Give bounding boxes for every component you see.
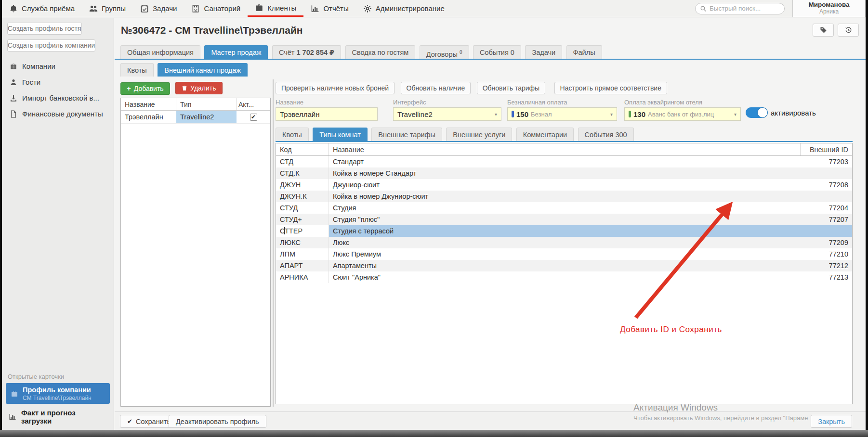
- inner-tab-external-rates[interactable]: Внешние тарифы: [371, 128, 442, 141]
- room-code-cell[interactable]: СТД.К: [276, 167, 329, 179]
- nav-groups[interactable]: Группы: [82, 0, 133, 17]
- activate-toggle[interactable]: [746, 107, 768, 118]
- room-name-cell[interactable]: Студия с террасой: [329, 225, 800, 237]
- room-code-cell[interactable]: АРНИКА: [276, 271, 329, 283]
- refresh-availability-button[interactable]: Обновить наличие: [401, 82, 471, 94]
- close-button[interactable]: Закрыть: [811, 415, 852, 428]
- inner-tab-quotas[interactable]: Квоты: [276, 128, 309, 141]
- room-extid-cell[interactable]: 77203: [800, 156, 852, 167]
- acquiring-payment-select[interactable]: 130 Аванс банк от физ.лиц ▾: [624, 107, 741, 121]
- nav-reports[interactable]: Отчёты: [303, 0, 355, 17]
- sidebar-item-financial-docs[interactable]: Финансовые документы: [2, 106, 114, 122]
- cashless-payment-select[interactable]: 150 Безнал ▾: [507, 107, 617, 121]
- room-extid-cell[interactable]: [800, 225, 852, 237]
- room-extid-cell[interactable]: [800, 167, 852, 179]
- configure-mapping-button[interactable]: Настроить прямое соответствие: [554, 82, 667, 94]
- channel-name-cell[interactable]: Трэвеллайн: [121, 111, 176, 123]
- room-code-cell[interactable]: ДЖУН.К: [276, 191, 329, 202]
- history-button[interactable]: [838, 24, 859, 37]
- column-header[interactable]: Акт...: [237, 101, 270, 108]
- room-name-cell[interactable]: Койка в номере Стандарт: [329, 167, 800, 179]
- tab-account[interactable]: Счёт 1 702 854 ₽: [272, 45, 341, 59]
- tab-contracts[interactable]: Договоры 0: [420, 45, 469, 59]
- tab-sales-master[interactable]: Мастер продаж: [204, 45, 268, 59]
- nav-tasks[interactable]: Задачи: [133, 0, 184, 17]
- room-extid-cell[interactable]: 77210: [800, 248, 852, 260]
- room-name-cell[interactable]: Студия "плюс": [329, 214, 800, 225]
- table-row[interactable]: ДЖУН.К Койка в номер Джуниор-сюит: [276, 191, 852, 202]
- room-extid-cell[interactable]: 77212: [800, 260, 852, 271]
- room-extid-cell[interactable]: 77209: [800, 237, 852, 248]
- active-checkbox[interactable]: ✔: [250, 114, 257, 121]
- search-input[interactable]: [710, 5, 780, 12]
- tab-files[interactable]: Файлы: [566, 45, 602, 59]
- table-row[interactable]: СТД Стандарт 77203: [276, 156, 852, 167]
- user-menu[interactable]: Мироманова Арника: [792, 0, 866, 17]
- delete-channel-button[interactable]: Удалить: [175, 82, 222, 94]
- room-name-cell[interactable]: Студия: [329, 202, 800, 214]
- room-name-cell[interactable]: Сюит "Арника": [329, 271, 800, 283]
- room-code-cell[interactable]: ДЖУН: [276, 179, 329, 191]
- room-name-cell[interactable]: Стандарт: [329, 156, 800, 167]
- room-name-cell[interactable]: Апартаменты: [329, 260, 800, 271]
- tab-general-info[interactable]: Общая информация: [120, 45, 200, 59]
- room-name-cell[interactable]: Люкс Премиум: [329, 248, 800, 260]
- refresh-rates-button[interactable]: Обновить тарифы: [477, 82, 546, 94]
- channel-type-cell[interactable]: Travelline2: [176, 111, 237, 123]
- inner-tab-room-types[interactable]: Типы комнат: [313, 128, 368, 141]
- nav-sanatorium[interactable]: Санаторий: [184, 0, 248, 17]
- create-company-button[interactable]: Создать профиль компании: [7, 39, 95, 51]
- deactivate-profile-button[interactable]: Деактивировать профиль: [169, 415, 266, 428]
- table-row[interactable]: ЛПМ Люкс Премиум 77210: [276, 248, 852, 260]
- table-row[interactable]: АПАРТ Апартаменты 77212: [276, 260, 852, 271]
- room-extid-cell[interactable]: [800, 191, 852, 202]
- column-header[interactable]: Тип: [176, 98, 237, 110]
- tab-tasks[interactable]: Задачи: [525, 45, 562, 59]
- table-row[interactable]: ДЖУН Джуниор-сюит 77208: [276, 179, 852, 191]
- sidebar-item-bank-import[interactable]: Импорт банковской в...: [2, 90, 114, 106]
- table-row[interactable]: СТД.К Койка в номере Стандарт: [276, 167, 852, 179]
- room-code-cell[interactable]: ЛЮКС: [276, 237, 329, 248]
- inner-tab-events[interactable]: События 300: [578, 128, 634, 141]
- add-channel-button[interactable]: +Добавить: [120, 82, 170, 95]
- room-code-cell[interactable]: СТУД: [276, 202, 329, 214]
- channel-name-input[interactable]: Трэвеллайн: [276, 107, 378, 121]
- room-code-cell[interactable]: СТД: [276, 156, 329, 167]
- inner-tab-external-services[interactable]: Внешние услуги: [446, 128, 512, 141]
- room-code-cell[interactable]: ЛПМ: [276, 248, 329, 260]
- column-header[interactable]: Название: [329, 143, 800, 155]
- sidebar-item-companies[interactable]: Компании: [2, 58, 114, 74]
- sidebar-item-load-forecast[interactable]: Факт и прогноз загрузки: [2, 404, 114, 430]
- tab-events[interactable]: События 0: [473, 45, 521, 59]
- inner-tab-comments[interactable]: Комментарии: [516, 128, 574, 141]
- interface-select[interactable]: Travelline2 ▾: [393, 107, 501, 121]
- table-row[interactable]: СТУД Студия 77204: [276, 202, 852, 214]
- room-name-cell[interactable]: Люкс: [329, 237, 800, 248]
- table-row[interactable]: СТУД+ Студия "плюс" 77207: [276, 214, 852, 225]
- check-new-bookings-button[interactable]: Проверить наличие новых броней: [276, 82, 395, 94]
- room-name-cell[interactable]: Джуниор-сюит: [329, 179, 800, 191]
- nav-administration[interactable]: Администрирование: [356, 0, 452, 17]
- room-name-cell[interactable]: Койка в номер Джуниор-сюит: [329, 191, 800, 202]
- nav-reception[interactable]: Служба приёма: [2, 0, 82, 17]
- open-card-company-profile[interactable]: Профиль компании СМ Travelline\Трэвеллай…: [6, 383, 110, 404]
- subtab-quotas[interactable]: Квоты: [120, 63, 154, 77]
- room-extid-cell[interactable]: 77207: [800, 214, 852, 225]
- quick-search[interactable]: [695, 3, 785, 14]
- nav-clients[interactable]: Клиенты: [248, 0, 303, 17]
- column-header[interactable]: Внешний ID: [800, 143, 852, 155]
- table-row[interactable]: АРНИКА Сюит "Арника" 77213: [276, 271, 852, 283]
- subtab-external-channel[interactable]: Внешний канал продаж: [158, 63, 248, 77]
- column-header[interactable]: Код: [276, 143, 329, 155]
- room-extid-cell[interactable]: 77204: [800, 202, 852, 214]
- column-header[interactable]: Название: [121, 98, 176, 110]
- room-extid-cell[interactable]: 77213: [800, 271, 852, 283]
- channel-row[interactable]: Трэвеллайн Travelline2 ✔: [121, 111, 270, 124]
- sidebar-item-guests[interactable]: Гости: [2, 74, 114, 90]
- room-code-cell-editing[interactable]: СТТЕР: [276, 225, 329, 237]
- table-row[interactable]: ЛЮКС Люкс 77209: [276, 237, 852, 248]
- room-extid-cell[interactable]: 77208: [800, 179, 852, 191]
- room-code-cell[interactable]: СТУД+: [276, 214, 329, 225]
- table-row-selected[interactable]: СТТЕР Студия с террасой: [276, 225, 852, 237]
- create-guest-button[interactable]: Создать профиль гостя: [7, 23, 82, 35]
